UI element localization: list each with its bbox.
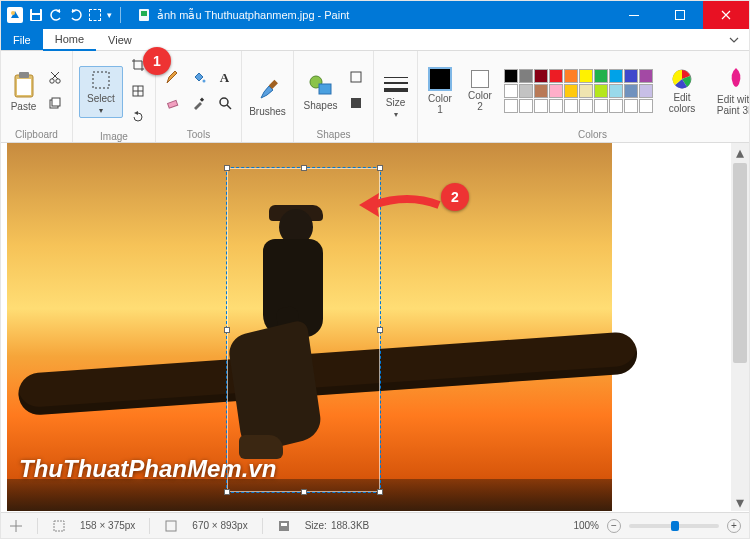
minimize-button[interactable] <box>611 1 657 29</box>
color-palette[interactable] <box>504 69 653 113</box>
tab-home[interactable]: Home <box>43 29 96 51</box>
shapes-icon <box>307 72 335 98</box>
tab-file[interactable]: File <box>1 29 43 50</box>
scroll-up-button[interactable]: ▴ <box>731 143 749 161</box>
color-2-button[interactable]: Color 2 <box>464 70 496 112</box>
group-label-clipboard: Clipboard <box>7 127 66 140</box>
selection-handle[interactable] <box>224 165 230 171</box>
palette-swatch[interactable] <box>519 99 533 113</box>
palette-swatch[interactable] <box>609 99 623 113</box>
color-1-button[interactable]: Color 1 <box>424 67 456 115</box>
palette-swatch[interactable] <box>609 69 623 83</box>
zoom-out-button[interactable]: − <box>607 519 621 533</box>
rotate-button[interactable] <box>127 107 149 129</box>
ribbon-tabs: File Home View <box>1 29 749 51</box>
selection-handle[interactable] <box>377 489 383 495</box>
palette-swatch[interactable] <box>564 99 578 113</box>
scroll-thumb[interactable] <box>733 163 747 363</box>
selection-handle[interactable] <box>377 165 383 171</box>
color-1-swatch <box>428 67 452 91</box>
palette-swatch[interactable] <box>639 99 653 113</box>
palette-swatch[interactable] <box>534 99 548 113</box>
palette-swatch[interactable] <box>504 99 518 113</box>
palette-swatch[interactable] <box>549 99 563 113</box>
palette-swatch[interactable] <box>624 69 638 83</box>
picker-tool[interactable] <box>187 92 211 116</box>
palette-swatch[interactable] <box>624 99 638 113</box>
palette-swatch[interactable] <box>504 69 518 83</box>
zoom-slider-thumb[interactable] <box>671 521 679 531</box>
svg-point-21 <box>220 98 228 106</box>
palette-swatch[interactable] <box>609 84 623 98</box>
selection-handle[interactable] <box>301 489 307 495</box>
separator-icon <box>120 7 121 23</box>
selection-handle[interactable] <box>224 327 230 333</box>
watermark-text: ThuThuatPhanMem.vn <box>19 455 276 483</box>
tab-view[interactable]: View <box>96 29 144 50</box>
svg-rect-34 <box>281 523 287 526</box>
zoom-in-button[interactable]: + <box>727 519 741 533</box>
palette-swatch[interactable] <box>624 84 638 98</box>
outline-button[interactable] <box>345 67 367 89</box>
selection-handle[interactable] <box>301 165 307 171</box>
redo-icon[interactable] <box>69 8 83 22</box>
palette-swatch[interactable] <box>519 69 533 83</box>
palette-swatch[interactable] <box>594 99 608 113</box>
zoom-slider[interactable] <box>629 524 719 528</box>
svg-point-13 <box>56 79 60 83</box>
svg-rect-7 <box>629 15 639 16</box>
qat-dropdown-icon[interactable]: ▾ <box>107 10 112 20</box>
canvas-area[interactable]: 2 ThuThuatPhanMem.vn ▴ ▾ <box>1 143 749 513</box>
maximize-button[interactable] <box>657 1 703 29</box>
palette-swatch[interactable] <box>579 69 593 83</box>
eraser-tool[interactable] <box>161 92 185 116</box>
paint-app-icon <box>7 7 23 23</box>
edit-paint3d-button[interactable]: Edit with Paint 3D <box>711 66 750 116</box>
selection-handle[interactable] <box>224 489 230 495</box>
fill-tool[interactable] <box>187 66 211 90</box>
copy-button[interactable] <box>44 93 66 115</box>
size-button[interactable]: Size ▾ <box>380 75 411 119</box>
svg-rect-16 <box>93 72 109 88</box>
group-size: Size ▾ <box>374 51 418 142</box>
palette-swatch[interactable] <box>534 69 548 83</box>
magnifier-tool[interactable] <box>213 92 237 116</box>
callout-arrow-icon <box>353 187 443 223</box>
group-label-tools: Tools <box>162 127 235 140</box>
chevron-down-icon[interactable]: ▾ <box>394 110 398 119</box>
palette-swatch[interactable] <box>564 84 578 98</box>
palette-swatch[interactable] <box>564 69 578 83</box>
vertical-scrollbar[interactable]: ▴ ▾ <box>731 143 749 511</box>
text-icon: A <box>220 70 229 86</box>
palette-swatch[interactable] <box>639 84 653 98</box>
select-button[interactable]: Select ▾ <box>79 66 123 118</box>
rotate-icon <box>131 110 145 126</box>
palette-swatch[interactable] <box>534 84 548 98</box>
palette-swatch[interactable] <box>579 84 593 98</box>
ribbon-minimize-button[interactable] <box>719 29 749 50</box>
edit-colors-button[interactable]: Edit colors <box>661 68 703 114</box>
fill-button[interactable] <box>345 93 367 115</box>
resize-button[interactable] <box>127 81 149 103</box>
text-tool[interactable]: A <box>213 66 237 90</box>
palette-swatch[interactable] <box>549 69 563 83</box>
callout-2: 2 <box>441 183 469 211</box>
undo-icon[interactable] <box>49 8 63 22</box>
palette-swatch[interactable] <box>594 84 608 98</box>
palette-swatch[interactable] <box>504 84 518 98</box>
palette-swatch[interactable] <box>579 99 593 113</box>
selection-handle[interactable] <box>377 327 383 333</box>
palette-swatch[interactable] <box>594 69 608 83</box>
brushes-button[interactable]: Brushes <box>248 76 287 117</box>
palette-swatch[interactable] <box>549 84 563 98</box>
save-icon[interactable] <box>29 8 43 22</box>
paste-button[interactable]: Paste <box>7 71 40 112</box>
shapes-button[interactable]: Shapes <box>300 72 341 111</box>
close-button[interactable] <box>703 1 749 29</box>
palette-swatch[interactable] <box>519 84 533 98</box>
chevron-down-icon[interactable]: ▾ <box>99 106 103 115</box>
select-qat-icon[interactable] <box>89 9 101 21</box>
palette-swatch[interactable] <box>639 69 653 83</box>
scroll-down-button[interactable]: ▾ <box>731 493 749 511</box>
cut-button[interactable] <box>44 67 66 89</box>
